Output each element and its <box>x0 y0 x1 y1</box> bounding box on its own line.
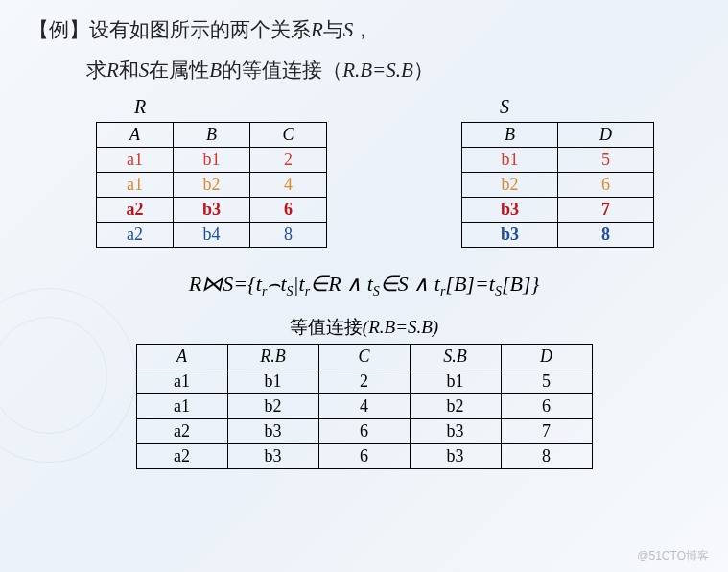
relation-s-table: BD b15 b26 b37 b38 <box>461 122 654 248</box>
join-formula: R⋈S={tr⌢tS|tr∈R ∧ tS∈S ∧ tr[B]=tS[B]} <box>29 272 699 299</box>
title-prefix: 【例】 <box>29 18 89 41</box>
join-result-table: A R.B C S.B D a1b12b15 a1b24b26 a2b36b37… <box>136 344 593 469</box>
relation-r-table: ABC a1b12 a1b24 a2b36 a2b48 <box>96 122 327 248</box>
title-comma: ， <box>353 18 373 41</box>
title-and: 与 <box>323 18 343 41</box>
watermark-text: @51CTO博客 <box>637 548 709 564</box>
table-row: a2b36b37 <box>136 418 592 443</box>
title-s: S <box>343 18 354 41</box>
example-title-line1: 【例】设有如图所示的两个关系R与S， <box>29 14 699 47</box>
relation-r-label: R <box>134 96 146 118</box>
title-r: R <box>311 18 323 41</box>
relation-r-block: R ABC a1b12 a1b24 a2b36 a2b48 <box>96 96 327 248</box>
example-title-line2: 求R和S在属性B的等值连接（R.B=S.B） <box>86 55 699 87</box>
join-result-title: 等值连接(R.B=S.B) <box>290 315 438 340</box>
title-main: 设有如图所示的两个关系 <box>89 18 311 41</box>
table-row: a1b12b15 <box>136 369 592 393</box>
join-result-block: 等值连接(R.B=S.B) A R.B C S.B D a1b12b15 a1b… <box>29 315 699 469</box>
relation-s-block: S BD b15 b26 b37 b38 <box>461 96 654 248</box>
table-row: a1b24b26 <box>136 393 592 418</box>
source-tables-row: R ABC a1b12 a1b24 a2b36 a2b48 S BD b15 b… <box>96 96 699 248</box>
table-row: a2b36b38 <box>136 443 592 468</box>
relation-s-label: S <box>500 96 509 118</box>
